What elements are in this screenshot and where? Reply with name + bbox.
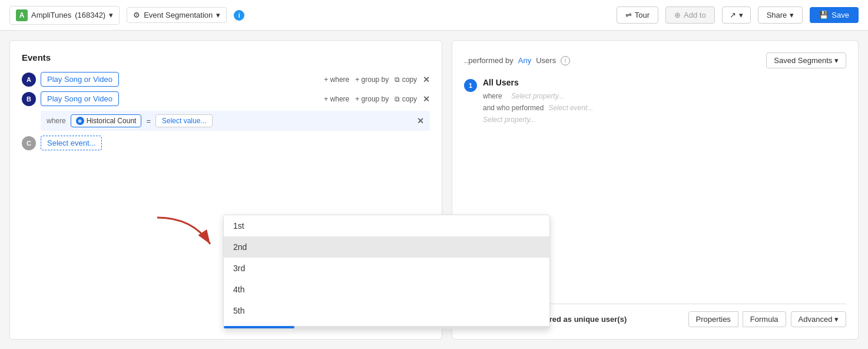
- where-row-close-button[interactable]: ✕: [417, 116, 424, 126]
- event-row-c: C Select event...: [22, 136, 430, 150]
- properties-tab[interactable]: Properties: [688, 311, 738, 327]
- add-to-button[interactable]: ⊕ Add to: [665, 6, 715, 24]
- event-b-copy-link[interactable]: ⧉ copy: [395, 95, 417, 103]
- event-badge-c: C: [22, 136, 36, 150]
- event-b-where-link[interactable]: + where: [324, 95, 349, 103]
- advanced-chevron-icon: ▾: [834, 315, 839, 324]
- tour-button[interactable]: ⇌ Tour: [617, 6, 658, 24]
- export-chevron-icon: ▾: [739, 11, 743, 19]
- save-label: Save: [831, 11, 849, 19]
- events-title: Events: [22, 52, 430, 62]
- event-b-name-button[interactable]: Play Song or Video: [41, 91, 119, 106]
- users-info-icon[interactable]: i: [561, 56, 570, 65]
- segment-event-select[interactable]: Select event...: [548, 104, 593, 112]
- saved-segments-chevron: ▾: [834, 56, 839, 65]
- app-selector-button[interactable]: A AmpliTunes (168342) ▾: [9, 6, 120, 25]
- app-name: AmpliTunes: [31, 11, 71, 19]
- event-a-copy-link[interactable]: ⧉ copy: [395, 75, 417, 84]
- segment-second-property-select[interactable]: Select property...: [483, 116, 536, 124]
- tour-icon: ⇌: [625, 11, 632, 19]
- tool-chevron-icon: ▾: [216, 11, 220, 19]
- event-badge-b: B: [22, 92, 36, 106]
- where-row-label: where: [47, 117, 66, 125]
- export-button[interactable]: ↗ ▾: [722, 6, 751, 24]
- event-b-copy-label: copy: [402, 95, 417, 103]
- historical-count-button[interactable]: ⊕ Historical Count: [71, 114, 142, 127]
- left-panel: Events A Play Song or Video + where + gr…: [9, 40, 442, 340]
- saved-segments-label: Saved Segments: [774, 56, 832, 65]
- segment-title: All Users: [483, 78, 846, 87]
- scrollbar-thumb: [224, 326, 294, 328]
- main-content: Events A Play Song or Video + where + gr…: [0, 31, 868, 349]
- property-name: Historical Count: [87, 117, 137, 125]
- advanced-button[interactable]: Advanced ▾: [791, 311, 846, 327]
- segment-where-row: where Select property...: [483, 92, 846, 100]
- copy-icon-b: ⧉: [395, 95, 400, 103]
- users-link[interactable]: Users: [536, 56, 556, 65]
- app-icon: A: [16, 9, 28, 21]
- tool-icon: ⚙: [133, 11, 140, 19]
- add-icon: ⊕: [674, 11, 681, 19]
- segment-where-label: where: [483, 92, 506, 100]
- add-to-label: Add to: [684, 11, 706, 19]
- copy-icon-a: ⧉: [395, 75, 400, 84]
- event-a-name-button[interactable]: Play Song or Video: [41, 72, 119, 87]
- dropdown-item-4th[interactable]: 4th: [224, 279, 549, 300]
- event-a-copy-label: copy: [402, 75, 417, 84]
- event-c-select-button[interactable]: Select event...: [41, 136, 102, 150]
- info-icon[interactable]: i: [234, 10, 244, 21]
- top-nav: A AmpliTunes (168342) ▾ ⚙ Event Segmenta…: [0, 0, 868, 31]
- user-segment-1: 1 All Users where Select property... and…: [464, 78, 846, 127]
- formula-tab[interactable]: Formula: [743, 311, 786, 327]
- event-a-where-link[interactable]: + where: [324, 75, 349, 84]
- event-b-close-button[interactable]: ✕: [423, 94, 430, 104]
- dropdown-item-2nd[interactable]: 2nd: [224, 236, 549, 258]
- performed-by-label: ..performed by: [464, 56, 513, 65]
- share-label: Share: [767, 11, 787, 19]
- segment-property-select[interactable]: Select property...: [511, 92, 564, 100]
- app-id: (168342): [75, 11, 105, 19]
- tool-selector-button[interactable]: ⚙ Event Segmentation ▾: [127, 7, 227, 23]
- any-link[interactable]: Any: [518, 56, 531, 65]
- dropdown-scrollbar[interactable]: [224, 326, 549, 328]
- equals-sign: =: [146, 117, 151, 126]
- value-dropdown: 1st 2nd 3rd 4th 5th: [223, 215, 550, 329]
- segment-content: All Users where Select property... and w…: [483, 78, 846, 127]
- select-value-button[interactable]: Select value...: [155, 114, 213, 127]
- export-icon: ↗: [730, 11, 736, 19]
- segment-number: 1: [464, 79, 477, 92]
- share-chevron-icon: ▾: [790, 11, 794, 19]
- event-a-groupby-link[interactable]: + group by: [355, 75, 389, 84]
- share-button[interactable]: Share ▾: [758, 6, 803, 24]
- event-badge-a: A: [22, 73, 36, 87]
- property-icon: ⊕: [76, 117, 84, 125]
- app-chevron-icon: ▾: [109, 11, 113, 19]
- advanced-label: Advanced: [799, 315, 833, 324]
- event-row-b: B Play Song or Video + where + group by …: [22, 91, 430, 106]
- segment-second-where-row: Select property...: [483, 116, 846, 124]
- saved-segments-button[interactable]: Saved Segments ▾: [766, 52, 846, 68]
- save-button[interactable]: 💾 Save: [810, 7, 859, 23]
- dropdown-item-5th[interactable]: 5th: [224, 300, 549, 321]
- event-b-groupby-link[interactable]: + group by: [355, 95, 389, 103]
- tool-name: Event Segmentation: [144, 11, 213, 19]
- event-a-actions: + where + group by ⧉ copy ✕: [324, 75, 430, 84]
- event-row-a: A Play Song or Video + where + group by …: [22, 72, 430, 87]
- event-a-close-button[interactable]: ✕: [423, 75, 430, 84]
- arrow-annotation: [145, 212, 228, 261]
- tour-label: Tour: [635, 11, 650, 19]
- save-icon: 💾: [819, 11, 829, 19]
- event-b-actions: + where + group by ⧉ copy ✕: [324, 94, 430, 104]
- where-row-b: where ⊕ Historical Count = Select value.…: [41, 111, 430, 131]
- and-who-performed-label: and who performed: [483, 104, 544, 112]
- performed-by-row: ..performed by Any Users i Saved Segment…: [464, 52, 846, 68]
- segment-and-row: and who performed Select event...: [483, 104, 846, 112]
- dropdown-item-3rd[interactable]: 3rd: [224, 258, 549, 279]
- dropdown-item-1st[interactable]: 1st: [224, 215, 549, 236]
